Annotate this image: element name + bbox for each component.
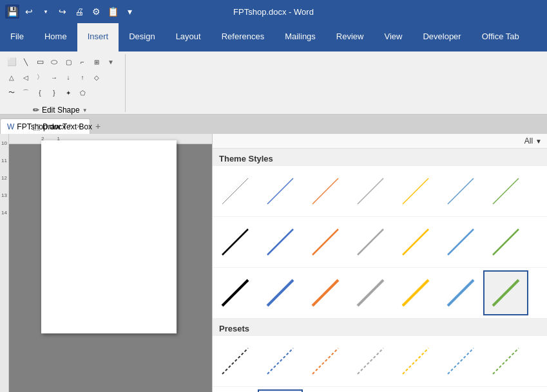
tab-home[interactable]: Home <box>34 23 77 51</box>
preset-arrow-6[interactable] <box>438 389 483 392</box>
shape-brace[interactable]: { <box>34 86 46 99</box>
more-icon[interactable]: ▾ <box>122 5 137 19</box>
shapes-grid-bot: 〜 ⌒ { } ✦ ⬠ <box>5 86 117 99</box>
theme-thick-6[interactable] <box>438 270 483 315</box>
preset-arrow-3[interactable] <box>303 389 348 392</box>
shape-rect[interactable]: ▭ <box>34 55 46 68</box>
preset-dashed-5[interactable] <box>393 339 438 384</box>
tab-developer[interactable]: Developer <box>412 23 471 51</box>
document-canvas[interactable]: 2 1 <box>9 134 212 392</box>
theme-line-5[interactable] <box>393 169 438 214</box>
shape-rect-outline[interactable]: ⬜ <box>5 55 18 68</box>
shapes-grid-mid: △ ◁ 〉 → ↓ ↑ ◇ <box>5 71 117 84</box>
theme-thick-4[interactable] <box>348 270 393 315</box>
svg-line-1 <box>267 178 293 204</box>
preset-dashed-7[interactable] <box>483 339 528 384</box>
theme-medium-2[interactable] <box>258 219 303 265</box>
shape-line[interactable]: ╲ <box>19 55 32 68</box>
svg-line-20 <box>493 280 519 306</box>
tab-view[interactable]: View <box>374 23 412 51</box>
theme-line-6[interactable] <box>438 169 483 214</box>
tab-insert[interactable]: Insert <box>77 23 119 51</box>
theme-row-3 <box>213 268 547 319</box>
format-icon[interactable]: ⚙ <box>89 5 103 19</box>
presets-row-1 <box>213 336 547 387</box>
preset-arrow-1[interactable] <box>213 389 258 392</box>
theme-medium-6[interactable] <box>438 219 483 265</box>
preset-arrow-4[interactable] <box>348 389 393 392</box>
theme-thick-5[interactable] <box>393 270 438 315</box>
theme-line-7[interactable] <box>483 169 528 214</box>
theme-medium-7[interactable] <box>483 219 528 265</box>
customize-icon[interactable]: 📋 <box>106 5 120 19</box>
shape-right-angle[interactable]: ⌐ <box>76 55 89 68</box>
filter-dropdown[interactable]: All ▼ <box>524 136 542 145</box>
preset-arrow-2[interactable] <box>258 389 303 392</box>
shape-rtri[interactable]: ◁ <box>19 71 32 84</box>
undo-button[interactable]: ↩ <box>22 5 36 19</box>
title-text: FPTshop.docx - Word <box>233 7 314 17</box>
shape-expand[interactable]: ⊞ <box>90 55 103 68</box>
svg-line-22 <box>267 348 293 374</box>
shape-tarrow[interactable]: ↑ <box>76 71 89 84</box>
edit-shape-icon: ✏ <box>33 106 39 115</box>
shape-star[interactable]: ✦ <box>62 86 75 99</box>
shape-rarrow[interactable]: → <box>48 71 61 84</box>
save-icon[interactable]: 💾 <box>5 5 19 19</box>
shape-wave[interactable]: 〜 <box>5 86 18 99</box>
tab-references[interactable]: References <box>211 23 274 51</box>
theme-line-2[interactable] <box>258 169 303 214</box>
shape-picker-panel[interactable]: All ▼ Theme Styles <box>212 134 547 392</box>
theme-line-4[interactable] <box>348 169 393 214</box>
theme-thick-7[interactable] <box>483 270 528 315</box>
shape-circle[interactable]: ⬭ <box>48 55 61 68</box>
theme-line-1[interactable] <box>213 169 258 214</box>
shape-arc[interactable]: ⌒ <box>19 86 32 99</box>
edit-shape-dropdown[interactable]: ▼ <box>82 107 88 113</box>
tab-mailings[interactable]: Mailings <box>274 23 326 51</box>
preset-arrow-5[interactable] <box>393 389 438 392</box>
document-page[interactable] <box>41 140 177 333</box>
tab-officetab[interactable]: Office Tab <box>472 23 530 51</box>
theme-line-3[interactable] <box>303 169 348 214</box>
tab-layout[interactable]: Layout <box>166 23 211 51</box>
shapes-grid-top: ⬜ ╲ ▭ ⬭ ▢ ⌐ ⊞ ▼ <box>5 55 117 68</box>
shapes-expand-btn[interactable]: ▼ <box>104 55 117 68</box>
shape-darrow[interactable]: ↓ <box>62 71 75 84</box>
theme-thick-1[interactable] <box>213 270 258 315</box>
tab-file[interactable]: File <box>0 23 34 51</box>
theme-medium-1[interactable] <box>213 219 258 265</box>
theme-thick-2[interactable] <box>258 270 303 315</box>
edit-shape-button[interactable]: ✏ Edit Shape ▼ <box>28 103 97 117</box>
preset-dashed-6[interactable] <box>438 339 483 384</box>
theme-medium-4[interactable] <box>348 219 393 265</box>
edit-shape-label: Edit Shape <box>42 106 80 115</box>
svg-line-4 <box>403 178 428 204</box>
svg-line-14 <box>222 280 248 306</box>
preset-dashed-1[interactable] <box>213 339 258 384</box>
print-preview-icon[interactable]: 🖨 <box>72 5 86 19</box>
draw-text-box-button[interactable]: ⬚ Draw Text Box <box>28 120 97 134</box>
redo-button[interactable]: ↪ <box>55 5 70 19</box>
tab-review[interactable]: Review <box>326 23 374 51</box>
shape-misc[interactable]: ◇ <box>90 71 103 84</box>
svg-line-2 <box>312 178 338 204</box>
theme-medium-3[interactable] <box>303 219 348 265</box>
shape-rbrace[interactable]: } <box>48 86 61 99</box>
shape-pentagon[interactable]: ⬠ <box>76 86 89 99</box>
shape-rounded-rect[interactable]: ▢ <box>62 55 75 68</box>
preset-dashed-2[interactable] <box>258 339 303 384</box>
svg-line-18 <box>403 280 428 306</box>
shape-tri[interactable]: △ <box>5 71 18 84</box>
preset-arrow-7[interactable] <box>483 389 528 392</box>
preset-dashed-3[interactable] <box>303 339 348 384</box>
tab-design[interactable]: Design <box>119 23 165 51</box>
svg-line-23 <box>312 348 338 374</box>
theme-medium-5[interactable] <box>393 219 438 265</box>
theme-thick-3[interactable] <box>303 270 348 315</box>
svg-line-3 <box>358 178 383 204</box>
preset-dashed-4[interactable] <box>348 339 393 384</box>
filter-chevron-icon: ▼ <box>535 138 542 145</box>
shape-chevron[interactable]: 〉 <box>34 71 46 84</box>
undo-dropdown[interactable]: ▼ <box>39 5 53 19</box>
